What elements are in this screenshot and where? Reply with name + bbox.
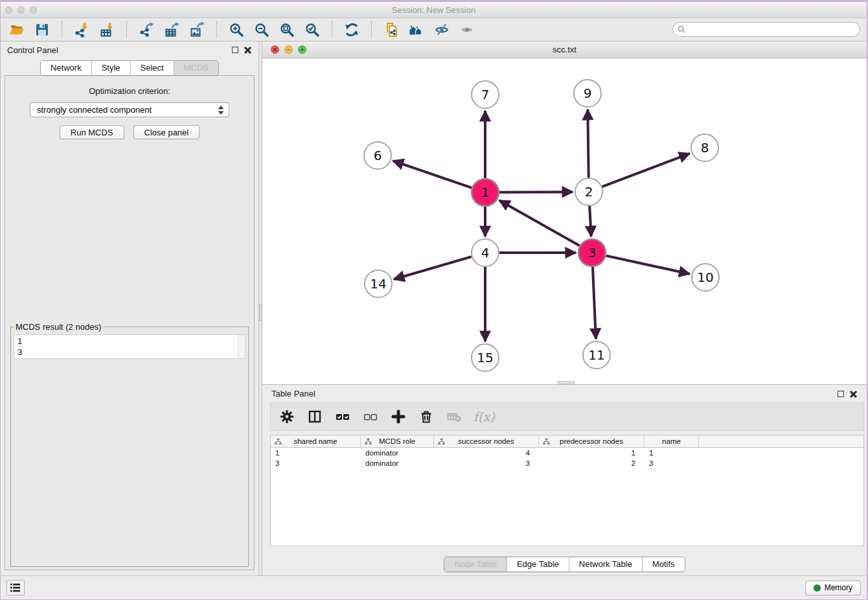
import-network-button[interactable] — [72, 21, 91, 39]
table-tab-edge-table[interactable]: Edge Table — [507, 557, 569, 571]
table-cell[interactable]: 1 — [539, 449, 645, 457]
optimization-criterion-select[interactable]: strongly connected component — [30, 102, 229, 117]
table-cell[interactable]: 1 — [271, 449, 361, 457]
table-cell[interactable]: dominator — [361, 449, 434, 457]
toolbar-separator — [126, 21, 127, 38]
export-network-button[interactable] — [137, 21, 156, 39]
network-canvas[interactable]: 7968124314101511 — [262, 58, 867, 384]
gear-icon — [279, 409, 295, 424]
column-header-name[interactable]: name — [645, 435, 699, 447]
toolbar-separator — [62, 21, 62, 38]
table-cell[interactable]: 3 — [645, 459, 699, 467]
control-panel: Control Panel NetworkStyleSelectMCDS Opt… — [1, 41, 258, 575]
search-input[interactable] — [672, 22, 860, 37]
close-panel-button[interactable]: Close panel — [133, 125, 200, 139]
table-cell[interactable]: 4 — [434, 449, 539, 457]
import-network-icon — [74, 22, 89, 38]
table-tab-motifs[interactable]: Motifs — [642, 557, 685, 571]
table-toolbar: f(x) — [270, 402, 864, 431]
result-scrollbar[interactable] — [238, 335, 245, 358]
zoom-selected-icon — [304, 22, 320, 38]
graph-edge-2-8[interactable] — [602, 154, 690, 187]
run-mcds-button[interactable]: Run MCDS — [60, 125, 124, 139]
column-header-successor-nodes[interactable]: successor nodes — [434, 435, 539, 447]
table-cell[interactable]: 3 — [271, 459, 361, 467]
export-image-button[interactable] — [187, 21, 207, 39]
import-table-button[interactable] — [97, 21, 117, 39]
show-columns-button[interactable] — [306, 408, 323, 426]
tab-style[interactable]: Style — [91, 61, 130, 75]
table-cell[interactable]: 1 — [645, 449, 699, 457]
column-header-shared-name[interactable]: shared name — [271, 435, 361, 447]
table-panel-close-button[interactable] — [850, 390, 858, 398]
zoom-in-button[interactable] — [227, 21, 246, 39]
graph-edge-1-2[interactable] — [499, 192, 573, 192]
node-table[interactable]: shared nameMCDS rolesuccessor nodesprede… — [270, 435, 864, 546]
first-neighbors-button[interactable] — [407, 21, 426, 39]
mcds-result-textarea[interactable]: 1 3 — [14, 334, 246, 359]
show-all-button[interactable] — [457, 21, 477, 39]
table-options-button[interactable] — [279, 408, 295, 426]
select-stepper-icon — [217, 105, 225, 115]
main-toolbar — [1, 18, 867, 41]
graph-node-label-10: 10 — [697, 270, 713, 285]
column-label: shared name — [293, 437, 337, 445]
search-field-wrap — [672, 22, 860, 37]
table-row[interactable]: 3dominator323 — [271, 458, 863, 468]
tab-select[interactable]: Select — [130, 61, 174, 75]
optimization-criterion-label: Optimization criterion: — [89, 86, 170, 96]
tab-network[interactable]: Network — [41, 61, 91, 75]
zoom-selected-button[interactable] — [303, 21, 322, 39]
zoom-in-icon — [229, 22, 244, 38]
add-row-button[interactable] — [390, 408, 407, 426]
fx-icon: f(x) — [474, 410, 495, 424]
deselect-all-button[interactable] — [362, 408, 379, 426]
control-panel-float-button[interactable] — [232, 47, 238, 53]
graph-node-label-3: 3 — [588, 245, 597, 260]
memory-button[interactable]: Memory — [805, 581, 861, 595]
graph-edge-1-6[interactable] — [393, 161, 472, 188]
graph-edge-4-14[interactable] — [394, 257, 472, 279]
table-cell[interactable]: dominator — [361, 459, 434, 467]
table-row[interactable]: 1dominator411 — [271, 448, 863, 458]
zoom-fit-button[interactable] — [277, 21, 297, 39]
task-history-button[interactable] — [6, 580, 25, 595]
window-title: Session: New Session — [1, 5, 867, 15]
table-panel-float-button[interactable] — [838, 391, 844, 397]
control-panel-close-button[interactable] — [244, 46, 252, 54]
table-cell[interactable]: 3 — [434, 459, 539, 467]
table-tab-network-table[interactable]: Network Table — [569, 557, 642, 571]
open-session-button[interactable] — [7, 21, 27, 39]
graph-edge-2-9[interactable] — [588, 110, 588, 178]
toolbar-separator — [371, 21, 372, 38]
table-tab-node-table[interactable]: Node Table — [444, 557, 507, 571]
horizontal-splitter-handle[interactable] — [558, 381, 575, 384]
column-label: successor nodes — [458, 437, 514, 445]
graph-edge-3-1[interactable] — [499, 200, 580, 246]
apply-preferred-layout-button[interactable] — [342, 21, 361, 39]
export-table-button[interactable] — [162, 21, 181, 39]
clone-network-button[interactable] — [382, 21, 401, 39]
column-header-MCDS-role[interactable]: MCDS role — [361, 435, 434, 447]
zoom-out-button[interactable] — [252, 21, 271, 39]
graph-node-label-14: 14 — [370, 276, 386, 292]
titlebar: Session: New Session — [1, 2, 867, 18]
save-session-button[interactable] — [32, 21, 52, 39]
graph-edge-2-3[interactable] — [589, 206, 591, 237]
delete-row-button[interactable] — [418, 408, 435, 426]
table-panel-title: Table Panel — [271, 389, 315, 398]
column-header-predecessor-nodes[interactable]: predecessor nodes — [539, 435, 645, 447]
function-builder-button[interactable]: f(x) — [474, 408, 495, 426]
delete-table-button[interactable] — [446, 408, 463, 426]
table-tabs: Node TableEdge TableNetwork TableMotifs — [262, 557, 867, 572]
tab-mcds[interactable]: MCDS — [174, 61, 218, 75]
hide-selected-button[interactable] — [432, 21, 451, 39]
control-panel-header: Control Panel — [1, 41, 258, 58]
graph-edge-3-10[interactable] — [606, 256, 689, 274]
select-all-button[interactable] — [334, 408, 351, 426]
table-cell[interactable]: 2 — [539, 459, 645, 467]
graph-node-label-1: 1 — [481, 185, 490, 200]
graph-edge-3-11[interactable] — [593, 267, 596, 339]
table-header-row: shared nameMCDS rolesuccessor nodesprede… — [271, 435, 863, 448]
search-icon — [678, 25, 686, 34]
